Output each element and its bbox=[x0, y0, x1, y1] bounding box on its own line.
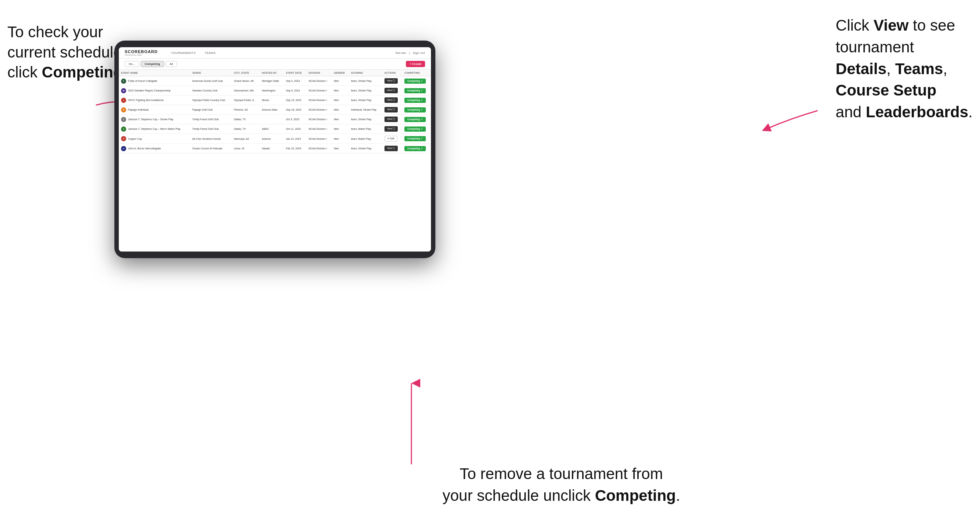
create-button[interactable]: + Create bbox=[406, 61, 425, 67]
scoring-cell: team, Match Play bbox=[349, 134, 382, 144]
col-start-date: START DATE bbox=[284, 70, 307, 76]
hosted-by-cell: Hawaii bbox=[260, 144, 284, 153]
team-logo: A bbox=[121, 136, 126, 141]
venue-cell: Ocean Course At Hokuala bbox=[190, 144, 232, 153]
annotation-top-left: To check your current schedule, click Co… bbox=[7, 22, 127, 83]
annotation-top-right: Click View to see tournament Details, Te… bbox=[836, 15, 973, 123]
hosted-by-cell: Michigan State bbox=[260, 76, 284, 86]
division-cell: NCAA Division I bbox=[306, 76, 332, 86]
competing-button[interactable]: Competing ✓ bbox=[404, 146, 426, 151]
venue-cell: Trinity Forest Golf Club bbox=[190, 115, 232, 124]
team-logo: I bbox=[121, 98, 126, 103]
competing-cell[interactable]: Competing ✓ bbox=[402, 124, 431, 134]
venue-cell: Trinity Forest Golf Club bbox=[190, 124, 232, 134]
tournaments-table: EVENT NAME VENUE CITY, STATE HOSTED BY S… bbox=[119, 70, 431, 153]
division-cell: NCAA Division I bbox=[306, 95, 332, 105]
scoring-cell: individual, Stroke Play bbox=[349, 105, 382, 115]
hosted-by-cell: Washington bbox=[260, 86, 284, 95]
view-button[interactable]: View ⓘ bbox=[385, 78, 398, 84]
competing-button[interactable]: Competing ✓ bbox=[404, 88, 426, 93]
col-scoring: SCORING bbox=[349, 70, 382, 76]
brand-name: SCOREBOARD bbox=[125, 49, 158, 54]
competing-button[interactable]: Competing ✓ bbox=[404, 136, 426, 141]
arrow-bottom-annotation bbox=[406, 379, 417, 464]
city-state-cell: Grand Haven, MI bbox=[232, 76, 260, 86]
event-name-cell: F Folds of Honor Collegiate bbox=[119, 76, 190, 86]
table-row: J Jackson T. Stephens Cup – Stroke Play … bbox=[119, 115, 431, 124]
actions-cell[interactable]: View ⓘ bbox=[382, 76, 402, 86]
view-button[interactable]: View ⓘ bbox=[385, 107, 398, 113]
view-button[interactable]: View ⓘ bbox=[385, 146, 398, 151]
city-state-cell: Lihue, HI bbox=[232, 144, 260, 153]
event-name: Folds of Honor Collegiate bbox=[128, 80, 157, 82]
gender-cell: Men bbox=[332, 105, 349, 115]
table-row: A Copper Cup Ak-Chin Southern DunesMaric… bbox=[119, 134, 431, 144]
nav-bar: SCOREBOARD Powered by clipp TOURNAMENTS … bbox=[119, 47, 431, 59]
competing-button[interactable]: Competing ✓ bbox=[404, 107, 426, 113]
tablet-screen: SCOREBOARD Powered by clipp TOURNAMENTS … bbox=[119, 47, 431, 251]
gender-cell: Men bbox=[332, 95, 349, 105]
event-name: Papago Individual bbox=[128, 108, 149, 111]
actions-cell[interactable]: View ⓘ bbox=[382, 105, 402, 115]
competing-cell[interactable]: Competing ✓ bbox=[402, 95, 431, 105]
city-state-cell: Phoenix, AZ bbox=[232, 105, 260, 115]
gender-cell: Men bbox=[332, 86, 349, 95]
start-date-cell: Jan 14, 2024 bbox=[284, 134, 307, 144]
event-name-cell: J Jackson T. Stephens Cup – Stroke Play bbox=[119, 115, 190, 124]
venue-cell: Ak-Chin Southern Dunes bbox=[190, 134, 232, 144]
table-row: J Jackson T. Stephens Cup – Men's Match … bbox=[119, 124, 431, 134]
col-event-name: EVENT NAME bbox=[119, 70, 190, 76]
hosted-by-cell: Arizona bbox=[260, 134, 284, 144]
competing-button[interactable]: Competing ✓ bbox=[404, 98, 426, 103]
competing-button[interactable]: Competing ✓ bbox=[404, 79, 426, 84]
actions-cell[interactable]: View ⓘ bbox=[382, 115, 402, 124]
team-logo: W bbox=[121, 88, 126, 93]
competing-cell[interactable]: Competing ✓ bbox=[402, 115, 431, 124]
competing-cell[interactable]: Competing ✓ bbox=[402, 86, 431, 95]
hosted-by-cell: Illinois bbox=[260, 95, 284, 105]
gender-cell: Men bbox=[332, 76, 349, 86]
competing-cell[interactable]: Competing ✓ bbox=[402, 105, 431, 115]
col-competing: COMPETING bbox=[402, 70, 431, 76]
gender-cell: Men bbox=[332, 134, 349, 144]
nav-right: Test User | Sign out bbox=[395, 51, 425, 55]
event-name: Copper Cup bbox=[128, 138, 142, 140]
competing-cell[interactable]: Competing ✓ bbox=[402, 144, 431, 153]
filter-all-button[interactable]: All bbox=[165, 61, 177, 67]
view-button[interactable]: View ⓘ bbox=[385, 97, 398, 103]
filter-competing-button[interactable]: Competing bbox=[141, 61, 164, 67]
table-row: F Folds of Honor Collegiate American Dun… bbox=[119, 76, 431, 86]
view-button[interactable]: View ⓘ bbox=[385, 126, 398, 132]
nav-tournaments[interactable]: TOURNAMENTS bbox=[171, 51, 196, 55]
actions-cell[interactable]: ✏ Edit bbox=[382, 134, 402, 144]
competing-cell[interactable]: Competing ✓ bbox=[402, 76, 431, 86]
filter-host-button[interactable]: Ho... bbox=[125, 61, 139, 67]
event-name-cell: W 2023 Sahalee Players Championship bbox=[119, 86, 190, 95]
actions-cell[interactable]: View ⓘ bbox=[382, 144, 402, 153]
brand-sub: Powered by clipp bbox=[125, 54, 158, 56]
col-venue: VENUE bbox=[190, 70, 232, 76]
tablet-frame: SCOREBOARD Powered by clipp TOURNAMENTS … bbox=[115, 41, 435, 258]
nav-teams[interactable]: TEAMS bbox=[205, 51, 216, 55]
competing-cell[interactable]: Competing ✓ bbox=[402, 134, 431, 144]
view-button[interactable]: View ⓘ bbox=[385, 88, 398, 93]
nav-signout[interactable]: Sign out bbox=[413, 51, 425, 55]
start-date-cell: Feb 15, 2024 bbox=[284, 144, 307, 153]
scoring-cell: team, Stroke Play bbox=[349, 144, 382, 153]
event-name-cell: I OFCC Fighting Illini Invitational bbox=[119, 95, 190, 105]
actions-cell[interactable]: View ⓘ bbox=[382, 95, 402, 105]
col-division: DIVISION bbox=[306, 70, 332, 76]
col-actions: ACTIONS bbox=[382, 70, 402, 76]
scoring-cell: team, Stroke Play bbox=[349, 86, 382, 95]
event-name: OFCC Fighting Illini Invitational bbox=[128, 99, 164, 102]
scoring-cell: team, Stroke Play bbox=[349, 95, 382, 105]
competing-button[interactable]: Competing ✓ bbox=[404, 127, 426, 132]
start-date-cell: Sep 4, 2023 bbox=[284, 76, 307, 86]
actions-cell[interactable]: View ⓘ bbox=[382, 124, 402, 134]
view-button[interactable]: View ⓘ bbox=[385, 116, 398, 122]
competing-button[interactable]: Competing ✓ bbox=[404, 117, 426, 122]
actions-cell[interactable]: View ⓘ bbox=[382, 86, 402, 95]
edit-button[interactable]: ✏ Edit bbox=[385, 136, 398, 141]
city-state-cell: Dallas, TX bbox=[232, 115, 260, 124]
gender-cell: Men bbox=[332, 115, 349, 124]
